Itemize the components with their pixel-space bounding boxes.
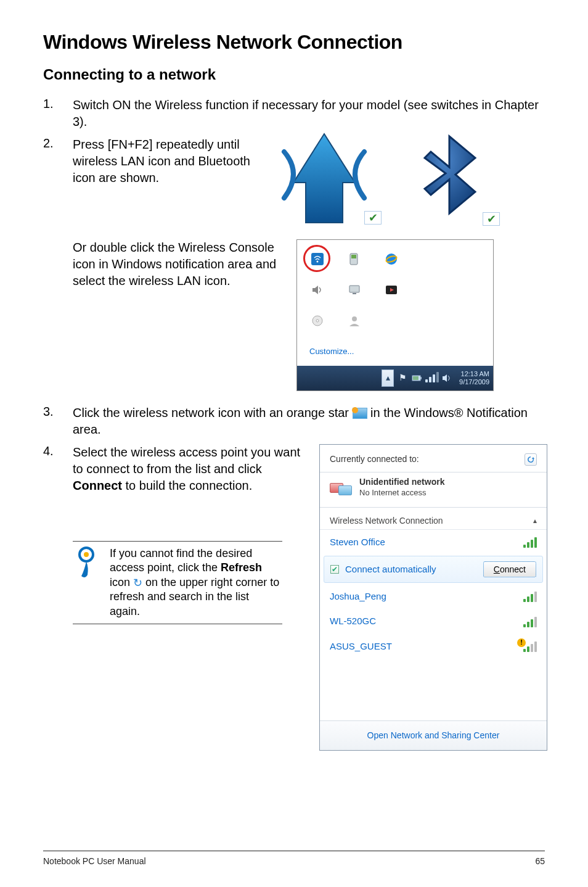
signal-icon xyxy=(523,616,537,627)
connect-button[interactable]: Connect xyxy=(483,561,536,577)
current-network-status: No Internet access xyxy=(359,487,444,498)
wifi-item-label: ASUS_GUEST xyxy=(330,640,392,653)
collapse-caret-icon[interactable]: ▴ xyxy=(533,516,537,526)
wifi-item-label: Joshua_Peng xyxy=(330,590,386,603)
step-3-text-a: Click the wireless network icon with an … xyxy=(73,406,353,419)
step-4-text-a: Select the wireless access point you wan… xyxy=(73,445,300,476)
device-icon[interactable] xyxy=(346,251,362,267)
svg-point-16 xyxy=(84,552,89,557)
svg-rect-13 xyxy=(420,377,422,379)
network-category-icon xyxy=(330,479,352,495)
check-icon: ✔ xyxy=(364,211,382,225)
step-number-3: 3. xyxy=(43,405,73,438)
step-number-2b xyxy=(43,239,73,391)
customize-link[interactable]: Customize... xyxy=(297,340,493,366)
signal-icon xyxy=(523,591,537,602)
footer-left: Notebook PC User Manual xyxy=(43,856,146,866)
red-highlight-circle xyxy=(303,245,330,272)
step-4-text: Select the wireless access point you wan… xyxy=(73,444,307,494)
bluetooth-enabled-icon: ✔ xyxy=(401,130,500,226)
taskbar: ▴ ⚑ 12:13 AM 9/17/2009 xyxy=(297,366,493,390)
wifi-item-label: WL-520GC xyxy=(330,615,376,627)
clock-time: 12:13 AM xyxy=(459,370,489,377)
svg-rect-6 xyxy=(349,286,359,292)
page-title: Windows Wireless Network Connection xyxy=(43,31,545,54)
step-4-text-b: to build the connection. xyxy=(122,479,252,492)
step-number-2: 2. xyxy=(43,136,73,226)
page-number: 65 xyxy=(535,856,545,866)
svg-rect-3 xyxy=(351,255,356,258)
check-icon: ✔ xyxy=(483,212,500,226)
connect-rest: onnect xyxy=(500,564,526,574)
connect-auto-checkbox[interactable]: ✔ xyxy=(330,565,339,574)
step-1-text: Switch ON the Wireless function if neces… xyxy=(73,97,545,130)
note-text: If you cannot find the desired access po… xyxy=(110,547,282,619)
wlan-enabled-icon: ✔ xyxy=(269,130,383,226)
wifi-item-joshua[interactable]: Joshua_Peng xyxy=(320,584,547,609)
wifi-item-asus-guest[interactable]: ASUS_GUEST xyxy=(320,634,547,659)
volume-icon[interactable] xyxy=(309,282,325,298)
clock-date: 9/17/2009 xyxy=(459,378,489,386)
user-icon[interactable] xyxy=(346,313,362,329)
connect-accel: C xyxy=(494,564,500,574)
flag-icon[interactable]: ⚑ xyxy=(396,369,409,387)
refresh-icon: ↻ xyxy=(133,576,142,588)
signal-icon xyxy=(523,537,537,548)
wireless-section-header: Wireless Network Connection xyxy=(330,515,443,527)
clock[interactable]: 12:13 AM 9/17/2009 xyxy=(459,370,489,385)
volume-tray-icon[interactable] xyxy=(441,369,453,387)
svg-rect-7 xyxy=(353,293,356,294)
media-icon[interactable] xyxy=(383,282,399,298)
network-tray-icon[interactable] xyxy=(426,369,438,387)
wifi-item-wl520gc[interactable]: WL-520GC xyxy=(320,609,547,633)
refresh-button[interactable] xyxy=(525,453,537,466)
note-text-b: icon xyxy=(110,576,133,588)
svg-point-10 xyxy=(316,320,319,322)
signal-warn-icon xyxy=(523,641,537,652)
step-2-text: Press [FN+F2] repeatedly until wireless … xyxy=(73,136,258,186)
wifi-item-label: Steven Office xyxy=(330,536,385,548)
svg-point-11 xyxy=(352,316,357,321)
flyout-currently-label: Currently connected to: xyxy=(330,453,419,465)
step-4-bold: Connect xyxy=(73,479,122,492)
wifi-orange-star-icon xyxy=(353,408,367,419)
tray-overflow-popup: Customize... ▴ ⚑ 12:13 AM 9/17/ xyxy=(296,239,494,391)
step-number-1: 1. xyxy=(43,97,73,130)
open-network-center-link[interactable]: Open Network and Sharing Center xyxy=(320,720,547,750)
wifi-item-steven-office[interactable]: Steven Office xyxy=(320,530,547,555)
step-2b-text: Or double click the Wireless Console ico… xyxy=(73,239,285,289)
page-subtitle: Connecting to a network xyxy=(43,66,545,83)
step-number-4: 4. xyxy=(43,444,73,751)
wifi-item-connect-row: ✔ Connect automatically Connect xyxy=(324,556,543,583)
battery-icon[interactable] xyxy=(411,369,423,387)
svg-rect-14 xyxy=(413,376,419,380)
note-bold: Refresh xyxy=(221,561,262,574)
tray-expand-icon[interactable]: ▴ xyxy=(382,369,394,387)
step-3-text: Click the wireless network icon with an … xyxy=(73,405,545,438)
disc-icon[interactable] xyxy=(309,313,325,329)
important-note-icon xyxy=(73,547,100,582)
monitor-icon[interactable] xyxy=(346,282,362,298)
wifi-flyout: Currently connected to: Unidentified net… xyxy=(319,444,547,751)
connect-auto-label: Connect automatically xyxy=(345,563,436,576)
ie-icon[interactable] xyxy=(383,251,399,267)
current-network-name: Unidentified network xyxy=(359,476,444,488)
